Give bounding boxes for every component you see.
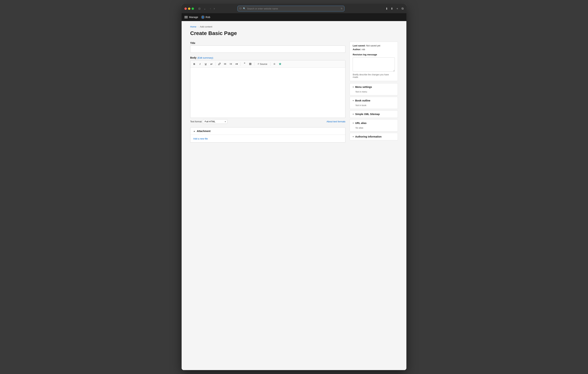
nav-bar: Manage 👤 Rob — [182, 13, 406, 21]
form-main: Title Body (Edit summary) B I U x2 — [190, 42, 345, 143]
underline-button[interactable]: U — [203, 61, 208, 66]
title-label: Title — [190, 42, 345, 44]
refresh-icon[interactable]: ↻ — [341, 7, 343, 10]
svg-rect-5 — [225, 64, 226, 65]
authoring-info-chevron-icon: ▾ — [353, 136, 354, 138]
text-format-select-wrapper: Full HTML Basic HTML Restricted HTML Pla… — [203, 119, 227, 124]
body-label: Body — [190, 56, 196, 59]
text-format-left: Text format Full HTML Basic HTML Restric… — [190, 119, 227, 124]
manage-label: Manage — [189, 16, 198, 19]
breadcrumb: Home › Add content — [190, 25, 398, 28]
author-label: Author: — [353, 48, 361, 51]
url-alias-header[interactable]: ▾ URL alias — [350, 120, 398, 127]
address-input[interactable] — [247, 7, 339, 10]
toolbar-sep-3 — [254, 62, 254, 66]
book-outline-chevron-icon: ▾ — [353, 99, 354, 102]
menu-settings-panel: ▾ Menu settings Not in menu — [350, 83, 398, 95]
list-indent-button[interactable]: ≡▾ — [234, 61, 239, 66]
nav-buttons: ‹ › — [209, 7, 216, 11]
manage-menu[interactable]: Manage — [184, 16, 198, 19]
svg-marker-17 — [279, 63, 281, 65]
about-text-formats-link[interactable]: About text formats — [327, 120, 346, 123]
bullet-list-button[interactable] — [223, 61, 228, 66]
author-row: Author: rob — [353, 48, 395, 51]
new-tab-icon[interactable]: ＋ — [396, 7, 399, 11]
toolbar-sep-4 — [270, 62, 271, 66]
svg-point-2 — [224, 64, 224, 64]
form-sidebar: Last saved: Not saved yet Author: rob Re… — [350, 42, 398, 142]
body-field-group: Body (Edit summary) B I U x2 — [190, 56, 345, 124]
svg-rect-7 — [231, 64, 232, 64]
chevron-down-icon[interactable]: ⌄ — [203, 7, 207, 10]
table-button[interactable] — [248, 61, 253, 66]
authoring-info-header[interactable]: ▾ Authoring information — [350, 133, 398, 140]
revision-log-textarea[interactable] — [353, 57, 395, 72]
numbered-list-button[interactable]: 1 2 3 — [228, 61, 233, 66]
italic-button[interactable]: I — [198, 61, 202, 66]
download-icon[interactable]: ⬇ — [386, 7, 388, 10]
body-label-row: Body (Edit summary) — [190, 56, 345, 59]
maximize-button[interactable] — [192, 8, 194, 10]
attachment-header[interactable]: ▲ Attachment — [190, 128, 345, 135]
book-outline-sub: Not in book — [350, 104, 398, 109]
attachment-header-title: Attachment — [197, 130, 210, 132]
simple-xml-sitemap-header[interactable]: ▾ Simple XML Sitemap — [350, 110, 398, 118]
toolbar-sep-1 — [215, 62, 216, 66]
authoring-info-title: Authoring information — [355, 135, 382, 138]
user-avatar-icon: 👤 — [201, 15, 205, 19]
bold-button[interactable]: B — [192, 61, 197, 66]
simple-xml-sitemap-panel: ▾ Simple XML Sitemap — [350, 110, 398, 118]
link-button[interactable] — [217, 61, 222, 66]
book-outline-header[interactable]: ▾ Book outline — [350, 97, 398, 104]
address-bar[interactable]: 🛡 🔍 ↻ — [237, 6, 345, 11]
editor-toolbar: B I U x2 — [190, 60, 345, 68]
svg-text:3: 3 — [230, 64, 230, 65]
breadcrumb-current: Add content — [200, 25, 212, 28]
last-saved-row: Last saved: Not saved yet — [353, 44, 395, 47]
back-button[interactable]: ‹ — [209, 7, 212, 11]
svg-rect-8 — [231, 64, 232, 65]
user-name-label: Rob — [206, 16, 210, 19]
special-chars-button[interactable]: Ω — [272, 61, 277, 66]
title-field-group: Title — [190, 42, 345, 53]
last-saved-value-text: Not saved yet — [366, 44, 380, 47]
last-saved-label: Last saved: — [353, 44, 366, 47]
menu-settings-header[interactable]: ▾ Menu settings — [350, 83, 398, 90]
authoring-info-panel: ▾ Authoring information — [350, 133, 398, 140]
close-button[interactable] — [184, 8, 187, 10]
text-format-select[interactable]: Full HTML Basic HTML Restricted HTML Pla… — [203, 119, 227, 124]
breadcrumb-separator: › — [198, 26, 199, 28]
text-format-row: Text format Full HTML Basic HTML Restric… — [190, 119, 345, 124]
url-alias-sub: No alias — [350, 127, 398, 131]
revision-log-label: Revision log message — [353, 53, 395, 56]
breadcrumb-home[interactable]: Home — [190, 25, 196, 28]
svg-rect-12 — [249, 63, 251, 65]
svg-rect-6 — [231, 63, 232, 64]
url-alias-panel: ▾ URL alias No alias — [350, 119, 398, 132]
revision-help: Briefly describe the changes you have ma… — [353, 73, 395, 78]
source-button[interactable]: ↺ Source — [256, 62, 269, 66]
book-outline-title: Book outline — [355, 99, 370, 102]
simple-xml-sitemap-title: Simple XML Sitemap — [355, 113, 380, 116]
sidebar-toggle-icon[interactable]: ⊡ — [198, 7, 201, 10]
url-alias-title: URL alias — [355, 122, 367, 124]
attachment-section: ▲ Attachment Add a new file — [190, 127, 345, 143]
shield-icon: 🛡 — [239, 7, 242, 10]
search-icon: 🔍 — [243, 7, 246, 10]
title-input[interactable] — [190, 45, 345, 53]
forward-button[interactable]: › — [213, 7, 216, 11]
user-menu[interactable]: 👤 Rob — [201, 15, 210, 19]
book-outline-panel: ▾ Book outline Not in book — [350, 97, 398, 109]
superscript-button[interactable]: x2 — [209, 61, 214, 66]
editor-body[interactable] — [190, 68, 345, 118]
ai-button[interactable] — [278, 61, 283, 66]
add-file-link[interactable]: Add a new file — [193, 137, 208, 140]
edit-summary-link[interactable]: (Edit summary) — [198, 56, 213, 59]
share-icon[interactable]: ⬆ — [391, 7, 393, 10]
tabs-icon[interactable]: ⧉ — [402, 7, 404, 10]
source-label: Source — [260, 63, 267, 65]
editor-container: B I U x2 — [190, 60, 345, 118]
minimize-button[interactable] — [188, 8, 190, 10]
menu-settings-chevron-icon: ▾ — [353, 86, 354, 88]
blockquote-button[interactable]: " — [242, 61, 247, 66]
